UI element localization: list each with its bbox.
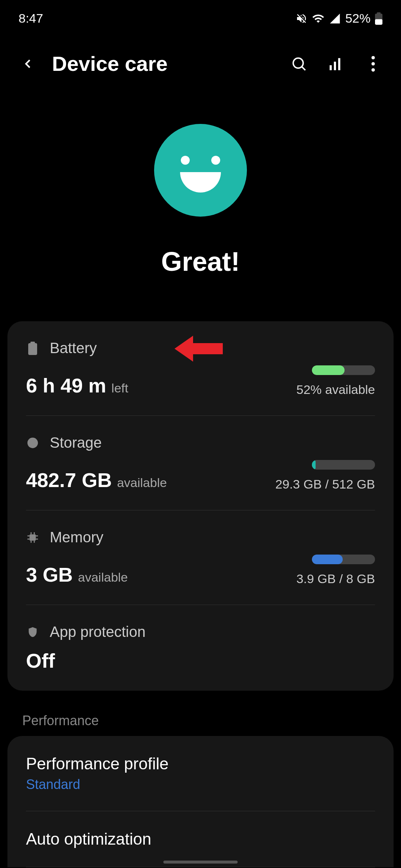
signal-icon [329, 13, 341, 24]
back-button[interactable] [19, 55, 37, 73]
search-button[interactable] [290, 55, 308, 73]
memory-suffix: available [78, 570, 128, 585]
svg-rect-5 [330, 65, 332, 70]
status-time: 8:47 [19, 11, 43, 26]
svg-rect-7 [338, 58, 340, 70]
shield-icon [26, 625, 39, 639]
app-bar: Device care [0, 33, 401, 87]
svg-rect-1 [375, 19, 382, 24]
storage-progress-bar [312, 460, 375, 470]
mute-icon [296, 13, 307, 24]
status-text: Great! [161, 246, 240, 277]
storage-row[interactable]: Storage 482.7 GB available 29.3 GB / 512… [26, 416, 375, 510]
storage-usage-text: 29.3 GB / 512 GB [276, 477, 375, 491]
svg-marker-22 [175, 336, 223, 362]
status-face-icon [154, 124, 247, 217]
battery-time-value: 6 h 49 m [26, 374, 106, 397]
memory-label: Memory [50, 529, 103, 546]
svg-point-10 [371, 68, 375, 71]
svg-rect-13 [30, 534, 36, 540]
storage-suffix: available [117, 476, 167, 490]
wifi-icon [312, 12, 325, 25]
memory-progress-fill [312, 555, 343, 564]
performance-section-label: Performance [22, 713, 401, 729]
device-status-hero: Great! [0, 87, 401, 306]
svg-rect-12 [30, 342, 35, 344]
svg-rect-6 [334, 62, 336, 70]
storage-label: Storage [50, 434, 102, 451]
memory-chip-icon [26, 531, 39, 544]
svg-point-9 [371, 62, 375, 65]
page-title: Device care [52, 52, 275, 76]
memory-usage-text: 3.9 GB / 8 GB [296, 572, 375, 586]
status-battery-text: 52% [345, 11, 371, 26]
battery-icon [375, 12, 382, 25]
memory-value: 3 GB [26, 563, 73, 586]
memory-progress-bar [312, 555, 375, 564]
battery-available-text: 52% available [296, 382, 375, 397]
battery-time-suffix: left [111, 381, 128, 395]
auto-optimization-title: Auto optimization [26, 830, 375, 848]
svg-point-3 [293, 58, 303, 68]
battery-progress-bar [312, 365, 375, 375]
performance-profile-title: Performance profile [26, 754, 375, 773]
stats-button[interactable] [327, 55, 345, 73]
svg-rect-11 [28, 343, 37, 355]
status-bar: 8:47 52% [0, 0, 401, 33]
performance-card: Performance profile Standard Auto optimi… [7, 736, 394, 867]
home-indicator[interactable] [163, 861, 238, 864]
svg-line-4 [302, 66, 306, 70]
memory-row[interactable]: Memory 3 GB available 3.9 GB / 8 GB [26, 510, 375, 605]
annotation-arrow-icon [175, 334, 223, 365]
storage-progress-fill [312, 460, 316, 470]
app-protection-value: Off [26, 649, 55, 672]
auto-optimization-row[interactable]: Auto optimization [26, 811, 375, 867]
svg-rect-2 [377, 12, 381, 14]
storage-value: 482.7 GB [26, 468, 112, 491]
battery-progress-fill [312, 365, 345, 375]
performance-profile-row[interactable]: Performance profile Standard [26, 736, 375, 811]
battery-outline-icon [26, 342, 39, 355]
performance-profile-value: Standard [26, 777, 375, 792]
status-icons: 52% [296, 11, 382, 26]
app-protection-label: App protection [50, 624, 146, 640]
storage-pie-icon [26, 436, 39, 450]
battery-label: Battery [50, 340, 97, 356]
device-metrics-card: Battery 6 h 49 m left 52% available Stor… [7, 321, 394, 691]
app-protection-row[interactable]: App protection Off [26, 605, 375, 691]
more-button[interactable] [364, 55, 382, 73]
svg-point-8 [371, 56, 375, 59]
